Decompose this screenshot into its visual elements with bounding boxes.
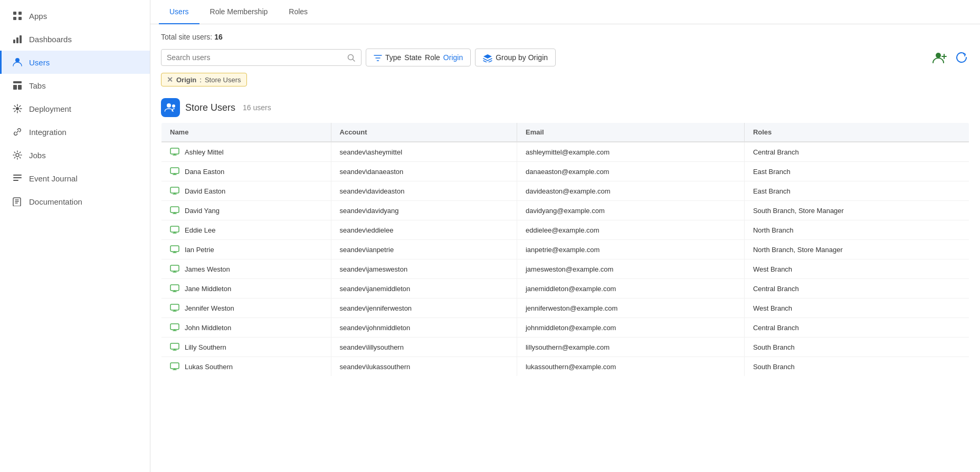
sidebar-item-documentation[interactable]: Documentation xyxy=(0,190,150,213)
cell-email: ianpetrie@example.com xyxy=(517,240,744,259)
sidebar-item-label: Integration xyxy=(29,128,66,137)
svg-rect-25 xyxy=(170,246,179,252)
cell-email: danaeaston@example.com xyxy=(517,162,744,181)
cell-roles: West Branch xyxy=(744,298,969,318)
layout-icon xyxy=(12,80,23,91)
toolbar: Type State Role Origin Group by Origin xyxy=(161,49,969,66)
filter-type-label: Type xyxy=(385,53,401,62)
total-users-info: Total site users: 16 xyxy=(161,33,969,41)
sidebar-item-jobs[interactable]: Jobs xyxy=(0,143,150,167)
search-input[interactable] xyxy=(167,53,347,62)
user-icon xyxy=(12,57,23,68)
cell-email: jamesweston@example.com xyxy=(517,259,744,279)
monitor-icon xyxy=(170,245,179,254)
svg-point-18 xyxy=(167,103,171,108)
svg-rect-3 xyxy=(18,17,22,20)
sidebar-item-label: Deployment xyxy=(29,104,71,113)
active-filter-separator: : xyxy=(199,76,202,84)
tab-roles[interactable]: Roles xyxy=(278,0,318,24)
sidebar-item-event-journal[interactable]: Event Journal xyxy=(0,167,150,190)
group-count: 16 users xyxy=(243,103,271,112)
svg-rect-4 xyxy=(13,40,15,43)
svg-rect-30 xyxy=(170,343,179,349)
table-row[interactable]: Dana Eastonseandev\danaeastondanaeaston@… xyxy=(161,162,969,181)
svg-rect-31 xyxy=(170,363,179,369)
cell-email: lillysouthern@example.com xyxy=(517,338,744,357)
search-icon xyxy=(347,53,356,62)
filter-button[interactable]: Type State Role Origin xyxy=(366,49,471,66)
filter-role-label: Role xyxy=(425,53,440,62)
sidebar-item-label: Event Journal xyxy=(29,174,78,183)
col-header-email: Email xyxy=(517,123,744,142)
table-row[interactable]: Ashley Mittelseandev\asheymittelashleymi… xyxy=(161,142,969,162)
monitor-icon xyxy=(170,148,179,156)
cell-name: John Middleton xyxy=(161,318,331,338)
sidebar: Apps Dashboards Users Tabs xyxy=(0,0,150,472)
group-by-label: Group by Origin xyxy=(496,53,548,62)
bar-chart-icon xyxy=(12,34,23,44)
cell-name: Jane Middleton xyxy=(161,279,331,298)
sidebar-item-apps[interactable]: Apps xyxy=(0,4,150,27)
sidebar-item-label: Documentation xyxy=(29,197,82,206)
cell-email: ashleymittel@example.com xyxy=(517,142,744,162)
refresh-button[interactable] xyxy=(954,50,969,65)
cell-roles: North Branch, Store Manager xyxy=(744,240,969,259)
svg-rect-5 xyxy=(16,37,18,43)
cell-roles: West Branch xyxy=(744,259,969,279)
layers-icon xyxy=(483,53,492,62)
table-row[interactable]: John Middletonseandev\johnmiddletonjohnm… xyxy=(161,318,969,338)
table-row[interactable]: Jane Middletonseandev\janemiddletonjanem… xyxy=(161,279,969,298)
sidebar-item-label: Users xyxy=(29,58,50,67)
content-area: Total site users: 16 xyxy=(150,24,980,472)
table-row[interactable]: David Eastonseandev\davideastondavideast… xyxy=(161,181,969,201)
col-header-account: Account xyxy=(331,123,517,142)
sidebar-item-integration[interactable]: Integration xyxy=(0,120,150,143)
svg-rect-14 xyxy=(13,177,22,178)
table-row[interactable]: Lilly Southernseandev\lillysouthernlilly… xyxy=(161,338,969,357)
table-row[interactable]: Eddie Leeseandev\eddieleeeddielee@exampl… xyxy=(161,220,969,240)
svg-point-7 xyxy=(15,58,20,62)
svg-rect-20 xyxy=(170,148,179,154)
list-icon xyxy=(12,173,23,184)
active-filter-key: Origin xyxy=(176,76,196,84)
svg-point-12 xyxy=(16,153,19,157)
svg-point-11 xyxy=(16,107,19,110)
deployment-icon xyxy=(12,103,23,114)
table-row[interactable]: Lukas Southernseandev\lukassouthernlukas… xyxy=(161,357,969,377)
sidebar-item-users[interactable]: Users xyxy=(0,51,150,74)
remove-filter-button[interactable]: ✕ xyxy=(167,75,173,84)
svg-rect-6 xyxy=(20,35,22,43)
monitor-icon xyxy=(170,343,179,351)
svg-rect-22 xyxy=(170,187,179,193)
tab-users[interactable]: Users xyxy=(159,0,199,24)
table-row[interactable]: Jennifer Westonseandev\jenniferwestonjen… xyxy=(161,298,969,318)
sidebar-item-tabs[interactable]: Tabs xyxy=(0,74,150,97)
cell-email: eddielee@example.com xyxy=(517,220,744,240)
search-box[interactable] xyxy=(161,49,361,66)
cell-account: seandev\jenniferweston xyxy=(331,298,517,318)
add-user-button[interactable] xyxy=(930,49,949,66)
table-row[interactable]: Ian Petrieseandev\ianpetrieianpetrie@exa… xyxy=(161,240,969,259)
cell-name: David Easton xyxy=(161,181,331,201)
cell-email: jenniferweston@example.com xyxy=(517,298,744,318)
cell-email: davideaston@example.com xyxy=(517,181,744,201)
cell-account: seandev\johnmiddleton xyxy=(331,318,517,338)
sidebar-item-deployment[interactable]: Deployment xyxy=(0,97,150,120)
active-filter-chip: ✕ Origin : Store Users xyxy=(161,73,247,86)
monitor-icon xyxy=(170,304,179,312)
sidebar-item-dashboards[interactable]: Dashboards xyxy=(0,27,150,51)
svg-rect-0 xyxy=(13,12,16,15)
cell-email: lukassouthern@example.com xyxy=(517,357,744,377)
table-row[interactable]: David Yangseandev\davidyangdavidyang@exa… xyxy=(161,201,969,220)
cell-name: James Weston xyxy=(161,259,331,279)
tab-role-membership[interactable]: Role Membership xyxy=(199,0,279,24)
cell-roles: South Branch xyxy=(744,338,969,357)
main-content: Users Role Membership Roles Total site u… xyxy=(150,0,980,472)
cell-account: seandev\lukassouthern xyxy=(331,357,517,377)
table-row[interactable]: James Westonseandev\jameswestonjameswest… xyxy=(161,259,969,279)
cell-roles: North Branch xyxy=(744,220,969,240)
cell-account: seandev\davidyang xyxy=(331,201,517,220)
monitor-icon xyxy=(170,226,179,234)
grid-icon xyxy=(12,11,23,21)
group-by-button[interactable]: Group by Origin xyxy=(475,49,556,66)
